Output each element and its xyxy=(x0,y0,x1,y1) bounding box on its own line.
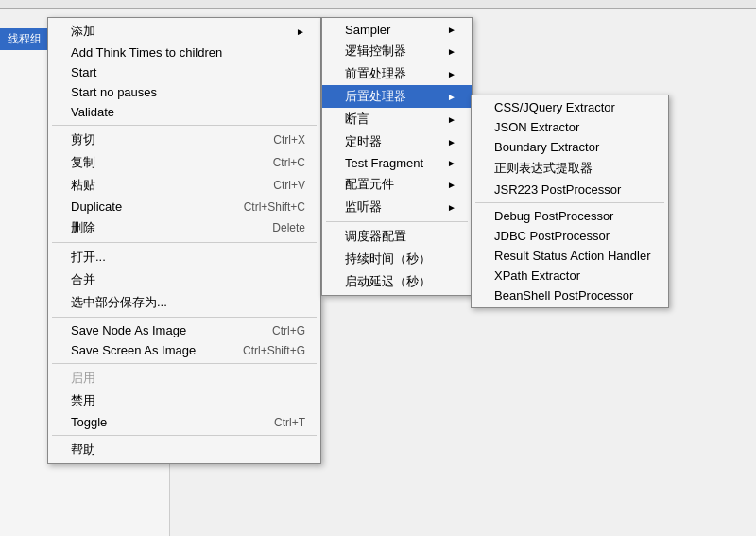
arrow-icon-logic: ► xyxy=(447,46,456,57)
context-menu-1[interactable]: 添加 ► Add Think Times to children Start S… xyxy=(47,17,321,464)
menu-item-boundary-extractor[interactable]: Boundary Extractor xyxy=(472,137,668,157)
menu-item-pre-processor[interactable]: 前置处理器 ► xyxy=(322,62,472,85)
menu-item-scheduler-config[interactable]: 调度器配置 xyxy=(322,225,472,248)
app-header xyxy=(0,0,756,9)
menu-item-open[interactable]: 打开... xyxy=(48,246,320,268)
menu-item-delete[interactable]: 删除 Delete xyxy=(48,216,320,239)
arrow-icon-post: ► xyxy=(447,92,456,102)
menu-item-result-status[interactable]: Result Status Action Handler xyxy=(472,246,668,266)
menu-item-debug-post[interactable]: Debug PostProcessor xyxy=(472,206,668,226)
menu-item-listener[interactable]: 监听器 ► xyxy=(322,196,472,218)
menu-item-jsr223-post[interactable]: JSR223 PostProcessor xyxy=(472,180,668,199)
menu-item-xpath-extractor[interactable]: XPath Extractor xyxy=(472,266,668,285)
menu-item-config-element[interactable]: 配置元件 ► xyxy=(322,173,472,196)
context-menu-3[interactable]: CSS/JQuery Extractor JSON Extractor Boun… xyxy=(471,95,669,308)
menu-item-save-node-image[interactable]: Save Node As Image Ctrl+G xyxy=(48,320,320,340)
menu-item-assertion[interactable]: 断言 ► xyxy=(322,108,472,130)
menu-item-start[interactable]: Start xyxy=(48,62,320,82)
menu-item-merge[interactable]: 合并 xyxy=(48,268,320,291)
arrow-icon-fragment: ► xyxy=(447,158,456,168)
menu-item-jdbc-post[interactable]: JDBC PostProcessor xyxy=(472,226,668,246)
menu-item-save-selection[interactable]: 选中部分保存为... xyxy=(48,291,320,314)
menu-item-beanshell-post[interactable]: BeanShell PostProcessor xyxy=(472,285,668,305)
menu-item-duration[interactable]: 持续时间（秒） xyxy=(322,248,472,270)
menu-item-json-extractor[interactable]: JSON Extractor xyxy=(472,117,668,137)
separator-m3-1 xyxy=(475,202,664,203)
menu-item-save-screen-image[interactable]: Save Screen As Image Ctrl+Shift+G xyxy=(48,340,320,360)
menu-item-cut[interactable]: 剪切 Ctrl+X xyxy=(48,129,320,151)
arrow-icon-timer: ► xyxy=(447,137,456,147)
menu-item-timer[interactable]: 定时器 ► xyxy=(322,130,472,153)
separator-2 xyxy=(52,242,317,243)
menu-item-disable[interactable]: 禁用 xyxy=(48,389,320,412)
arrow-icon-sampler: ► xyxy=(447,25,456,35)
menu-item-css-jquery[interactable]: CSS/JQuery Extractor xyxy=(472,97,668,117)
arrow-icon-assertion: ► xyxy=(447,114,456,125)
menu-item-startup-delay[interactable]: 启动延迟（秒） xyxy=(322,270,472,293)
menu-item-add-think-times[interactable]: Add Think Times to children xyxy=(48,43,320,62)
menu-item-enable[interactable]: 启用 xyxy=(48,367,320,389)
menu-item-sampler[interactable]: Sampler ► xyxy=(322,20,472,40)
menu-item-post-processor[interactable]: 后置处理器 ► xyxy=(322,85,472,108)
menu-item-logic-controller[interactable]: 逻辑控制器 ► xyxy=(322,40,472,62)
separator-m2-1 xyxy=(326,221,468,222)
separator-1 xyxy=(52,125,317,126)
menu-item-test-fragment[interactable]: Test Fragment ► xyxy=(322,153,472,173)
menu-item-toggle[interactable]: Toggle Ctrl+T xyxy=(48,412,320,432)
menu-item-duplicate[interactable]: Duplicate Ctrl+Shift+C xyxy=(48,197,320,216)
arrow-icon-config: ► xyxy=(447,180,456,190)
separator-4 xyxy=(52,363,317,364)
separator-5 xyxy=(52,435,317,436)
separator-3 xyxy=(52,317,317,318)
menu-item-help[interactable]: 帮助 xyxy=(48,439,320,461)
menu-item-regex-extractor[interactable]: 正则表达式提取器 xyxy=(472,157,668,180)
context-menu-2[interactable]: Sampler ► 逻辑控制器 ► 前置处理器 ► 后置处理器 ► 断言 ► 定… xyxy=(321,17,472,296)
menu-item-add[interactable]: 添加 ► xyxy=(48,20,320,43)
menu-item-paste[interactable]: 粘贴 Ctrl+V xyxy=(48,174,320,197)
menu-item-start-no-pauses[interactable]: Start no pauses xyxy=(48,82,320,102)
arrow-icon-pre: ► xyxy=(447,69,456,79)
menu-item-copy[interactable]: 复制 Ctrl+C xyxy=(48,151,320,174)
arrow-icon-listener: ► xyxy=(447,202,456,213)
arrow-icon: ► xyxy=(296,26,305,37)
menu-item-validate[interactable]: Validate xyxy=(48,102,320,122)
